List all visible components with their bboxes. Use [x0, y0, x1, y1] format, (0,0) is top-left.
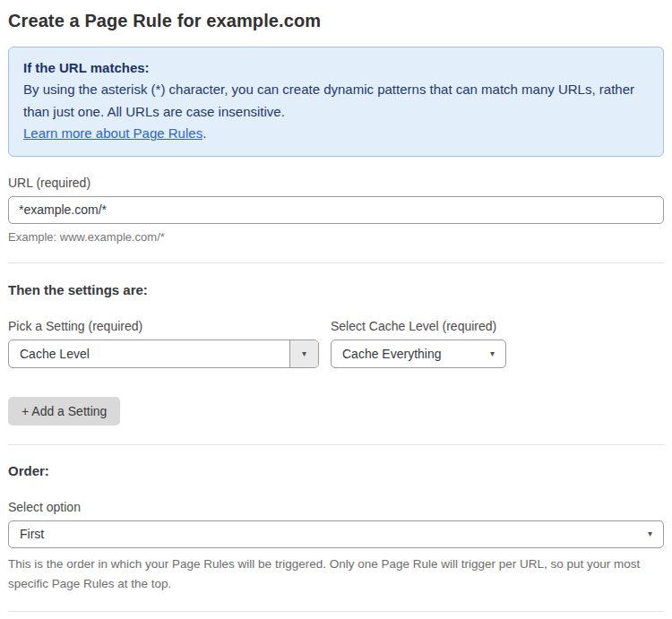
caret-container: ▾	[490, 349, 505, 358]
info-box-link-line: Learn more about Page Rules.	[23, 123, 649, 144]
caret-container: ▾	[648, 529, 663, 538]
info-box-body: By using the asterisk (*) character, you…	[23, 79, 649, 123]
setting-picker-value: Cache Level	[9, 347, 289, 361]
cache-level-label: Select Cache Level (required)	[331, 319, 506, 333]
add-setting-button[interactable]: + Add a Setting	[8, 397, 120, 426]
divider	[8, 611, 664, 612]
url-match-info-box: If the URL matches: By using the asteris…	[8, 47, 664, 157]
dropdown-arrow-section: ▾	[289, 340, 318, 367]
settings-section-heading: Then the settings are:	[8, 282, 664, 297]
caret-down-icon: ▾	[302, 349, 306, 358]
cache-level-value: Cache Everything	[332, 347, 490, 361]
info-box-heading: If the URL matches:	[23, 57, 649, 79]
page-title: Create a Page Rule for example.com	[8, 11, 664, 31]
cache-level-dropdown[interactable]: Cache Everything ▾	[331, 340, 506, 368]
setting-picker-column: Pick a Setting (required) Cache Level ▾	[8, 319, 319, 368]
order-select-label: Select option	[8, 500, 664, 514]
caret-down-icon: ▾	[648, 529, 652, 538]
cache-level-column: Select Cache Level (required) Cache Ever…	[331, 319, 506, 368]
url-example-helper: Example: www.example.com/*	[8, 230, 664, 244]
url-field-label: URL (required)	[8, 176, 664, 190]
setting-picker-dropdown[interactable]: Cache Level ▾	[8, 340, 319, 368]
divider	[8, 444, 664, 445]
url-input[interactable]	[8, 196, 664, 224]
setting-picker-label: Pick a Setting (required)	[8, 319, 319, 333]
learn-more-link[interactable]: Learn more about Page Rules	[23, 125, 202, 141]
create-page-rule-form: Create a Page Rule for example.com If th…	[0, 0, 672, 619]
caret-down-icon: ▾	[490, 349, 495, 358]
order-value: First	[9, 527, 648, 541]
settings-row: Pick a Setting (required) Cache Level ▾ …	[8, 319, 664, 368]
link-suffix: .	[202, 125, 206, 141]
order-dropdown[interactable]: First ▾	[8, 520, 664, 548]
order-helper-text: This is the order in which your Page Rul…	[8, 555, 653, 595]
divider	[8, 262, 664, 263]
url-section: URL (required) Example: www.example.com/…	[8, 176, 664, 244]
order-section-heading: Order:	[8, 463, 664, 478]
